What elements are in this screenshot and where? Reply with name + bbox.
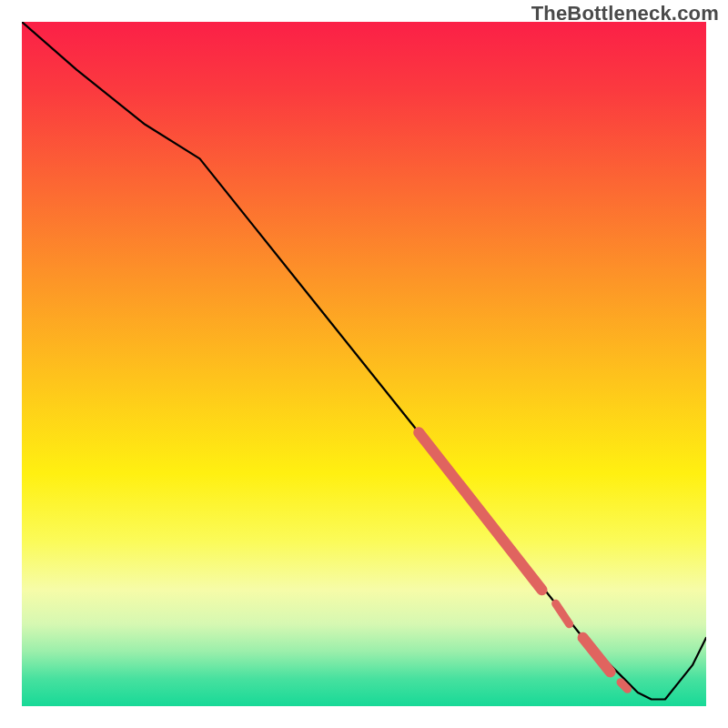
watermark-label: TheBottleneck.com xyxy=(531,2,719,25)
bottleneck-chart: TheBottleneck.com xyxy=(0,0,728,728)
chart-plot-area xyxy=(22,22,706,706)
